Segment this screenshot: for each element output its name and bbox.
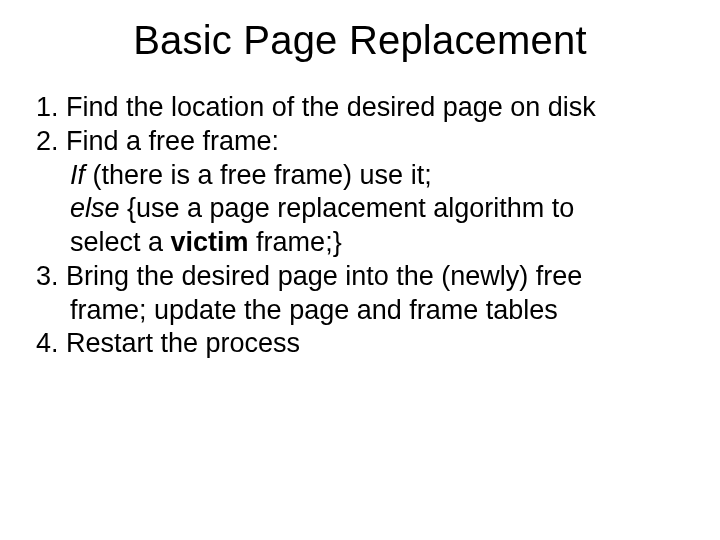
if-keyword: If [70,160,85,190]
step-4: 4. Restart the process [36,327,684,361]
slide: Basic Page Replacement 1. Find the locat… [0,0,720,540]
step-3-line2: frame; update the page and frame tables [36,294,684,328]
else-text-2b: frame;} [249,227,342,257]
else-text: {use a page replacement algorithm to [120,193,575,223]
step-3-line1: 3. Bring the desired page into the (newl… [36,260,684,294]
else-text-2a: select a [70,227,171,257]
else-keyword: else [70,193,120,223]
step-2: 2. Find a free frame: [36,125,684,159]
step-2-else-line1: else {use a page replacement algorithm t… [36,192,684,226]
slide-title: Basic Page Replacement [36,18,684,63]
step-2-if: If (there is a free frame) use it; [36,159,684,193]
slide-body: 1. Find the location of the desired page… [36,91,684,361]
if-text: (there is a free frame) use it; [85,160,432,190]
step-2-else-line2: select a victim frame;} [36,226,684,260]
victim-word: victim [171,227,249,257]
step-1: 1. Find the location of the desired page… [36,91,684,125]
